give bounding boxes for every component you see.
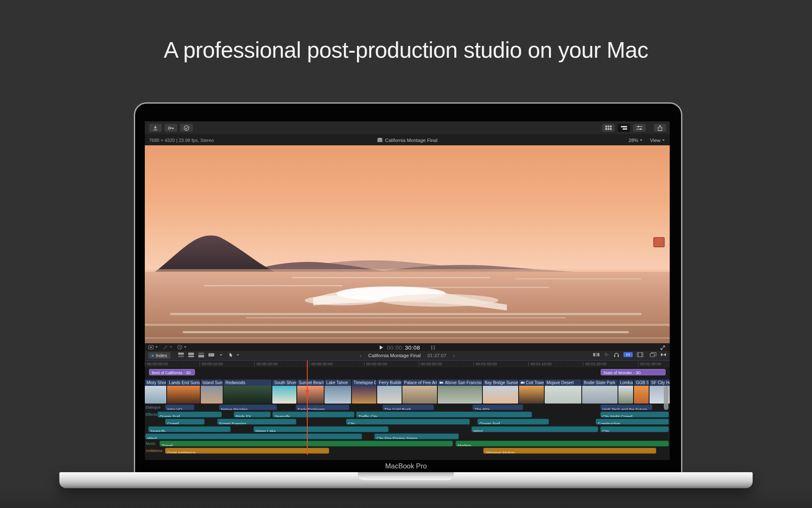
video-clip-thumbnail: [167, 386, 200, 404]
fcp-window: 7680 × 4320 | 23.98 fps, Stereo Californ…: [145, 121, 670, 460]
audio-skimming-icon[interactable]: [604, 352, 610, 357]
audio-clip[interactable]: City: [346, 419, 470, 425]
video-clip-name: Lake Tahoe: [325, 380, 351, 386]
next-timeline-button[interactable]: ›: [453, 353, 455, 359]
audio-meters-button[interactable]: [431, 345, 435, 350]
video-clip[interactable]: Coit Tower: [519, 380, 544, 404]
key-icon: [168, 126, 174, 130]
audio-clip[interactable]: Intro VO: [165, 404, 194, 410]
audio-clip[interactable]: Wind: [145, 433, 362, 439]
video-clip-thumbnail: [201, 386, 223, 404]
timeline-ruler[interactable]: 00:00:00:0000:00:10:0000:00:20:0000:00:3…: [145, 361, 670, 367]
video-clip-name: SF City Hall: [650, 380, 670, 386]
audio-clip[interactable]: City Night Crowd: [600, 412, 669, 417]
chevron-down-icon: [640, 139, 642, 141]
audio-clip[interactable]: Crowd: [165, 419, 205, 425]
video-clip[interactable]: Lombard St.: [618, 380, 634, 404]
audio-clip[interactable]: Seagulls: [272, 412, 354, 417]
audio-clip[interactable]: Modern: [455, 441, 669, 447]
audio-clip[interactable]: Ocean Surf: [157, 412, 222, 417]
track-role-label: Music: [146, 441, 156, 446]
title-clip[interactable]: State of Wonder - 3D: [601, 369, 666, 375]
audio-clip[interactable]: Wind: [471, 426, 598, 432]
audio-row-effects: CrowdForest EveningCityOcean SurfConstru…: [145, 419, 670, 425]
vertical-scrollbar[interactable]: [664, 386, 668, 410]
video-clip-name: Timelapse G...: [352, 380, 376, 386]
duplicate-timeline-icon[interactable]: [650, 352, 656, 357]
audio-clip[interactable]: Construction: [596, 419, 669, 425]
video-clip[interactable]: Mojave Desert: [545, 380, 581, 404]
video-clip[interactable]: South Shore: [272, 380, 296, 404]
import-media-button[interactable]: [149, 124, 162, 132]
video-clip-thumbnail: [582, 386, 618, 404]
video-clip-thumbnail: [483, 386, 518, 404]
timeline-toolbar: Index ‹ California Montage Final 01:37:0…: [145, 351, 670, 360]
show-browser-button[interactable]: [602, 124, 615, 132]
audio-clip[interactable]: High Tech and the Future: [600, 404, 652, 410]
ruler-label: 00:01:30:00: [638, 361, 661, 366]
video-clip[interactable]: Timelapse G...: [352, 380, 376, 404]
audio-clip[interactable]: Travel: [160, 441, 453, 447]
chevron-down-icon: [662, 139, 665, 141]
audio-clip[interactable]: Seagulls: [148, 426, 231, 432]
audio-clip[interactable]: Birds FX: [234, 412, 271, 417]
view-menu[interactable]: View: [650, 138, 665, 143]
video-clip[interactable]: Lands End Sunset: [167, 380, 200, 404]
audio-clip[interactable]: Traffic City: [356, 412, 532, 417]
video-clip[interactable]: Redwoods: [224, 380, 272, 404]
trim-icon[interactable]: [593, 352, 599, 357]
audio-clip[interactable]: Ocean Surf: [477, 419, 549, 425]
play-button[interactable]: [380, 345, 383, 350]
headphones-icon[interactable]: [614, 352, 619, 357]
track-role-label: Effects: [146, 412, 157, 417]
check-circle-icon: [184, 125, 189, 131]
video-clip[interactable]: Misty Shore: [145, 380, 166, 404]
previous-timeline-button[interactable]: ‹: [359, 353, 361, 359]
video-clip-thumbnail: [545, 386, 581, 404]
video-clip[interactable]: Lake Tahoe: [325, 380, 351, 404]
video-clip-thumbnail: [145, 386, 166, 404]
clapperboard-icon: [377, 138, 383, 142]
video-clip-name: Above San Francisco: [438, 380, 482, 386]
audio-clip[interactable]: The 60's: [472, 404, 523, 410]
skimming-toggle-active[interactable]: [623, 352, 633, 357]
video-clip[interactable]: Sunset Beach: [297, 380, 324, 404]
video-track: Misty ShoreLands End SunsetIsland Sunset…: [145, 380, 670, 404]
video-clip[interactable]: Bay Bridge Sunset: [483, 380, 518, 404]
video-clip[interactable]: Palace of Fine Arts: [402, 380, 437, 404]
video-clip[interactable]: Island Sunset: [201, 380, 223, 404]
audio-clip[interactable]: The Gold Rush: [382, 404, 434, 410]
ruler-label: 00:00:20:00: [254, 361, 277, 366]
show-timeline-button[interactable]: [618, 124, 630, 132]
video-clip[interactable]: Ferry Building: [377, 380, 402, 404]
bowtie-icon[interactable]: [660, 352, 666, 357]
title-clip[interactable]: Best of California - 3D: [149, 369, 195, 375]
audio-row-music: MusicTravelModern: [145, 441, 670, 447]
video-clip-name: Bay Bridge Sunset: [483, 380, 518, 386]
show-inspector-button[interactable]: [633, 124, 646, 132]
timeline-tracks: Best of California - 3DState of Wonder -…: [145, 367, 670, 460]
video-clip-name: Lombard St.: [618, 380, 634, 386]
audio-clip[interactable]: Shimmer Motion: [483, 448, 656, 454]
video-clip-name: Coit Tower: [519, 380, 544, 386]
audio-clip[interactable]: Native Peoples: [219, 404, 277, 410]
audio-clip[interactable]: City: [600, 426, 669, 432]
media-clip-icon[interactable]: [637, 352, 643, 357]
playhead[interactable]: [307, 361, 308, 455]
audio-clip[interactable]: Forest Evening: [217, 419, 296, 425]
background-tasks-button[interactable]: [180, 124, 193, 132]
video-clip[interactable]: Bodie State Park: [582, 380, 618, 404]
keyword-editor-button[interactable]: [165, 124, 177, 132]
audio-clip[interactable]: City Fire Engine Sirens: [374, 433, 459, 439]
audio-clip[interactable]: Quiet Ambience: [165, 448, 329, 454]
share-button[interactable]: [654, 124, 666, 132]
video-clip[interactable]: GGB Sunset: [634, 380, 648, 404]
video-clip-name: Island Sunset: [201, 380, 223, 386]
audio-clip[interactable]: Early Explorers: [296, 404, 349, 410]
ruler-label: 00:00:30:00: [309, 361, 332, 366]
zoom-level-menu[interactable]: 28%: [628, 138, 642, 143]
audio-clip[interactable]: Water Lake: [253, 426, 389, 432]
viewer-project-title: California Montage Final: [385, 138, 438, 143]
video-clip-name: Misty Shore: [145, 380, 166, 386]
video-clip[interactable]: Above San Francisco: [438, 380, 482, 404]
